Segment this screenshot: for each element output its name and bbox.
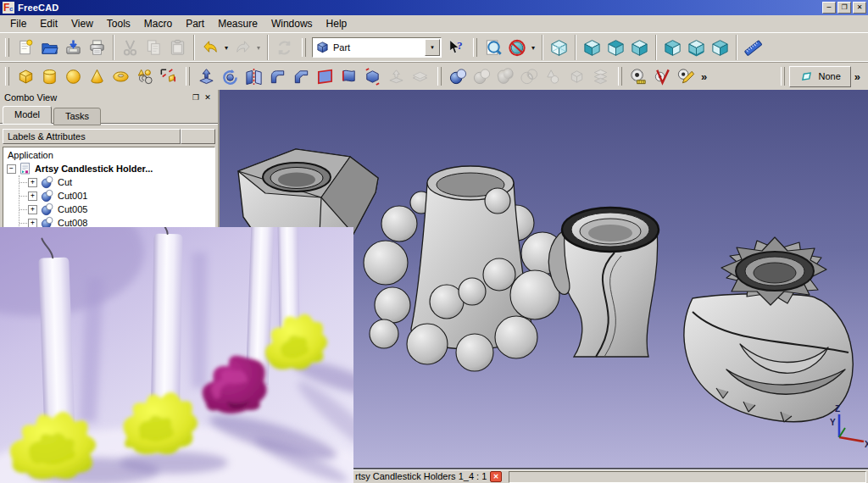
expand-expander[interactable]: + <box>28 219 37 228</box>
revolve-button[interactable] <box>218 64 242 88</box>
boolean-spheres-button[interactable] <box>446 64 470 88</box>
primitive-cylinder-button[interactable] <box>37 64 61 88</box>
model-twisted-star-holder[interactable] <box>684 237 853 422</box>
tree-item-cut005[interactable]: +Cut005 <box>19 203 214 216</box>
whats-this-cursor-button[interactable]: ? <box>443 36 467 59</box>
menu-tools[interactable]: Tools <box>100 16 137 31</box>
undo-arrow-button[interactable] <box>198 36 222 59</box>
measure-angular-button[interactable] <box>650 64 674 88</box>
document-label[interactable]: Artsy Candlestick Holder... <box>35 164 153 174</box>
ruled-surface-button[interactable] <box>337 64 360 88</box>
measure-ruler-icon <box>743 38 763 58</box>
toolbar-grip[interactable] <box>5 38 9 57</box>
expand-expander[interactable]: + <box>28 178 37 187</box>
view-isometric-cube-button[interactable] <box>547 36 570 59</box>
toolbar-group-measure-tools: » <box>615 64 713 89</box>
labels-attributes-header[interactable]: Labels & Attributes <box>3 129 181 144</box>
draw-style-circle-dropdown-caret[interactable]: ▾ <box>529 44 537 52</box>
expand-expander[interactable]: + <box>28 205 37 214</box>
fit-all-magnifier-button[interactable] <box>481 36 505 59</box>
toolbar-grip[interactable] <box>5 67 9 86</box>
menu-file[interactable]: File <box>3 16 33 31</box>
minimize-button[interactable]: ─ <box>822 2 836 14</box>
axis-z-label: Z <box>835 404 840 414</box>
value-column-header[interactable] <box>181 129 215 144</box>
check-geometry-button <box>541 64 565 88</box>
document-tab-label[interactable]: rtsy Candlestick Holders 1_4 : 1 <box>355 471 487 481</box>
panel-float-button[interactable]: ❐ <box>190 92 202 103</box>
measure-linear-button[interactable] <box>626 64 650 88</box>
refresh-arrows-icon <box>275 38 294 58</box>
menu-part[interactable]: Part <box>179 16 211 31</box>
toolbar-grip[interactable] <box>437 67 442 86</box>
axis-y-label: Y <box>830 418 836 427</box>
open-folder-button[interactable] <box>37 36 61 59</box>
cross-sections-button <box>588 64 612 88</box>
menu-macro[interactable]: Macro <box>137 16 179 31</box>
chamfer-button[interactable] <box>289 64 313 88</box>
model-bubble-cluster-holder[interactable] <box>364 166 564 371</box>
menu-windows[interactable]: Windows <box>264 16 320 31</box>
tab-tasks[interactable]: Tasks <box>53 108 101 125</box>
new-document-button[interactable] <box>14 36 37 59</box>
create-primitives-button[interactable] <box>132 64 156 88</box>
model-twisted-smooth-holder[interactable] <box>548 208 659 357</box>
shape-builder-button[interactable] <box>156 64 180 88</box>
toolbar-grip[interactable] <box>473 38 477 57</box>
measure-clear-icon <box>676 67 696 86</box>
combo-view-titlebar[interactable]: Combo View ❐ ✕ <box>0 90 218 104</box>
primitive-sphere-button[interactable] <box>61 64 85 88</box>
primitive-torus-button[interactable] <box>108 64 132 88</box>
shape-builder-icon <box>159 67 178 86</box>
tree-item-cut001[interactable]: +Cut001 <box>19 189 214 203</box>
close-button[interactable]: ✕ <box>853 2 866 14</box>
print-button[interactable] <box>85 36 108 59</box>
view-front-cube-button[interactable] <box>580 36 604 59</box>
save-file-button[interactable] <box>61 36 85 59</box>
toolbar-grip[interactable] <box>781 67 785 86</box>
selection-filter-button[interactable]: None <box>789 66 850 87</box>
extrude-button[interactable] <box>194 64 218 88</box>
toolbar-overflow-button[interactable]: » <box>698 70 710 83</box>
menu-view[interactable]: View <box>64 16 100 31</box>
toolbar-overflow-button[interactable]: » <box>851 70 864 83</box>
workbench-selector[interactable]: Part▾ <box>312 37 442 58</box>
tree-item-cut[interactable]: +Cut <box>19 175 214 189</box>
menu-help[interactable]: Help <box>320 16 354 31</box>
tree-item-label[interactable]: Cut <box>58 177 72 187</box>
primitive-cone-button[interactable] <box>85 64 108 88</box>
draw-style-circle-button[interactable] <box>505 36 529 59</box>
menu-measure[interactable]: Measure <box>211 16 264 31</box>
view-rear-cube-button[interactable] <box>660 36 684 59</box>
tab-model[interactable]: Model <box>3 106 52 124</box>
view-bottom-cube-button[interactable] <box>684 36 708 59</box>
tree-document-row[interactable]: −Artsy Candlestick Holder... <box>7 162 214 175</box>
measure-ruler-button[interactable] <box>741 36 765 59</box>
fillet-button[interactable] <box>265 64 289 88</box>
panel-close-button[interactable]: ✕ <box>202 92 214 103</box>
expand-expander[interactable]: + <box>28 192 37 201</box>
tree-item-label[interactable]: Cut005 <box>58 204 87 214</box>
collapse-expander[interactable]: − <box>7 164 16 174</box>
document-tab-close-button[interactable]: ✕ <box>490 471 502 482</box>
title-bar[interactable]: F c FreeCAD ─ ❐ ✕ <box>0 0 868 15</box>
menu-edit[interactable]: Edit <box>33 16 64 31</box>
toolbar-grip[interactable] <box>302 38 306 57</box>
primitive-box-button[interactable] <box>14 64 37 88</box>
primitive-sphere-icon <box>64 67 83 86</box>
make-face-icon <box>315 67 335 86</box>
workbench-dropdown-button[interactable]: ▾ <box>425 39 440 56</box>
make-face-button[interactable] <box>313 64 337 88</box>
undo-arrow-dropdown-caret[interactable]: ▾ <box>222 44 231 52</box>
mirror-button[interactable] <box>242 64 265 88</box>
restore-button[interactable]: ❐ <box>837 2 851 14</box>
menu-bar: FileEditViewToolsMacroPartMeasureWindows… <box>0 15 868 33</box>
view-right-cube-button[interactable] <box>627 36 651 59</box>
loft-button[interactable] <box>360 64 384 88</box>
toolbar-grip[interactable] <box>618 67 622 86</box>
view-left-cube-button[interactable] <box>708 36 732 59</box>
view-top-cube-button[interactable] <box>604 36 627 59</box>
tree-item-label[interactable]: Cut001 <box>58 191 87 201</box>
measure-clear-button[interactable] <box>674 64 698 88</box>
toolbar-grip[interactable] <box>186 67 190 86</box>
